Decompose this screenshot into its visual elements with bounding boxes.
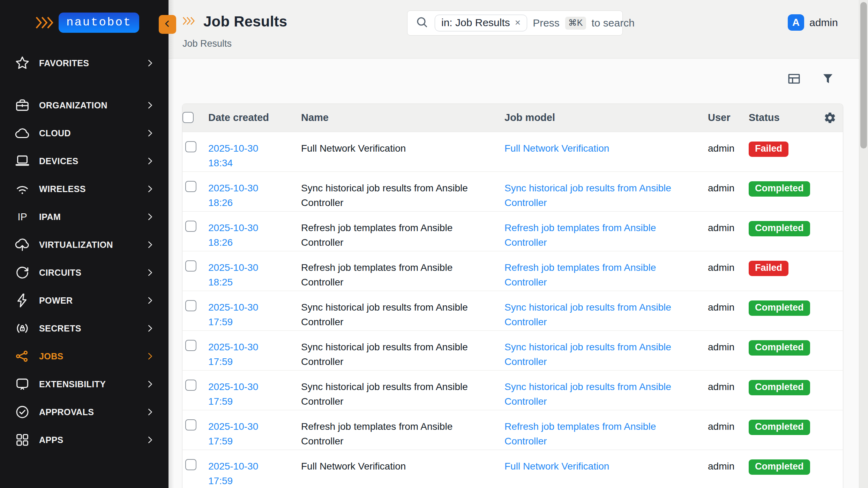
sidebar-item-ipam[interactable]: IP IPAM	[0, 203, 169, 231]
date-created-link[interactable]: 2025-10-3017:59	[208, 461, 258, 486]
search-hint-suffix: to search	[592, 17, 635, 29]
job-model-link[interactable]: Sync historical job results from Ansible…	[504, 302, 671, 327]
breadcrumb[interactable]: Job Results	[182, 38, 232, 49]
chat-square-icon	[14, 376, 31, 392]
row-checkbox[interactable]	[185, 181, 196, 192]
sidebar-item-label: EXTENSIBILITY	[39, 379, 145, 389]
status-badge: Completed	[749, 459, 810, 475]
sidebar-item-virtualization[interactable]: VIRTUALIZATION	[0, 231, 169, 259]
user-menu[interactable]: A admin	[788, 14, 838, 31]
table-settings-button[interactable]	[824, 112, 843, 124]
sidebar-item-devices[interactable]: DEVICES	[0, 147, 169, 175]
date-created-link[interactable]: 2025-10-3017:59	[208, 342, 258, 367]
chevron-right-icon	[145, 128, 155, 138]
chip-close-icon[interactable]: ×	[515, 18, 521, 28]
job-model-link[interactable]: Full Network Verification	[504, 461, 609, 472]
sidebar-item-organization[interactable]: ORGANIZATION	[0, 91, 169, 119]
table-row: 2025-10-3018:26 Refresh job templates fr…	[182, 211, 843, 251]
date-created-link[interactable]: 2025-10-3018:26	[208, 222, 258, 248]
column-header-user[interactable]: User	[708, 104, 749, 132]
grid-squares-icon	[14, 432, 31, 448]
sidebar-collapse-button[interactable]	[159, 15, 176, 34]
status-badge: Completed	[749, 300, 810, 316]
sidebar-item-circuits[interactable]: CIRCUITS	[0, 259, 169, 287]
chevron-right-icon	[145, 379, 155, 389]
table-toolbar	[787, 71, 835, 86]
sidebar-item-cloud[interactable]: CLOUD	[0, 119, 169, 147]
table-row: 2025-10-3017:59 Full Network Verificatio…	[182, 450, 843, 488]
main-content: Job Results Job Results in: Job Results …	[169, 0, 868, 488]
sidebar-item-wireless[interactable]: WIRELESS	[0, 175, 169, 203]
user-cell: admin	[708, 421, 734, 432]
column-header-date-created[interactable]: Date created	[208, 104, 301, 132]
sidebar-item-power[interactable]: POWER	[0, 287, 169, 314]
job-model-link[interactable]: Sync historical job results from Ansible…	[504, 183, 671, 208]
filter-button[interactable]	[821, 71, 835, 86]
search-filter-chip[interactable]: in: Job Results ×	[435, 15, 527, 31]
column-header-name[interactable]: Name	[301, 104, 504, 132]
sidebar-item-jobs[interactable]: JOBS	[0, 342, 169, 370]
nautobot-app: nautobot FAVORITES ORGANIZATION	[0, 0, 868, 488]
job-model-link[interactable]: Refresh job templates from Ansible Contr…	[504, 262, 656, 288]
search-chip-label: in: Job Results	[441, 17, 510, 29]
job-name: Refresh job templates from Ansible Contr…	[301, 421, 452, 447]
row-checkbox[interactable]	[185, 340, 196, 351]
row-checkbox[interactable]	[185, 300, 196, 311]
sidebar-item-extensibility[interactable]: EXTENSIBILITY	[0, 370, 169, 398]
job-model-link[interactable]: Refresh job templates from Ansible Contr…	[504, 222, 656, 248]
sidebar-item-label: JOBS	[39, 351, 145, 361]
date-created-link[interactable]: 2025-10-3018:25	[208, 262, 258, 288]
job-model-link[interactable]: Refresh job templates from Ansible Contr…	[504, 421, 656, 447]
avatar[interactable]: A	[788, 14, 804, 31]
cloud-icon	[14, 125, 31, 141]
date-created-link[interactable]: 2025-10-3017:59	[208, 421, 258, 447]
row-checkbox[interactable]	[185, 459, 196, 470]
table-row: 2025-10-3017:59 Sync historical job resu…	[182, 370, 843, 410]
sidebar-item-favorites[interactable]: FAVORITES	[0, 49, 169, 77]
table-layout-button[interactable]	[787, 71, 801, 86]
chevron-right-icon	[145, 435, 155, 445]
job-name: Refresh job templates from Ansible Contr…	[301, 262, 452, 288]
sidebar-item-apps[interactable]: APPS	[0, 426, 169, 454]
row-checkbox[interactable]	[185, 141, 196, 152]
column-header-job-model[interactable]: Job model	[504, 104, 708, 132]
sidebar-item-secrets[interactable]: SECRETS	[0, 314, 169, 342]
date-created-link[interactable]: 2025-10-3018:34	[208, 143, 258, 168]
sidebar-nav: FAVORITES ORGANIZATION CLOUD	[0, 49, 169, 454]
row-checkbox[interactable]	[185, 419, 196, 430]
row-checkbox[interactable]	[185, 260, 196, 272]
select-all-checkbox[interactable]	[182, 112, 194, 123]
job-model-link[interactable]: Sync historical job results from Ansible…	[504, 381, 671, 407]
sidebar-item-approvals[interactable]: APPROVALS	[0, 398, 169, 426]
chevron-right-icon	[145, 184, 155, 194]
job-model-link[interactable]: Sync historical job results from Ansible…	[504, 342, 671, 367]
date-created-link[interactable]: 2025-10-3017:59	[208, 302, 258, 327]
logo[interactable]: nautobot	[35, 13, 139, 33]
vertical-scrollbar[interactable]	[859, 0, 868, 488]
table-row: 2025-10-3017:59 Sync historical job resu…	[182, 291, 843, 330]
scrollbar-thumb[interactable]	[860, 2, 867, 148]
title-chevrons-icon	[182, 15, 197, 28]
job-name: Sync historical job results from Ansible…	[301, 342, 468, 367]
sidebar-item-label: CIRCUITS	[39, 268, 145, 278]
column-header-status[interactable]: Status	[749, 104, 824, 132]
sidebar-item-label: POWER	[39, 296, 145, 306]
chevron-right-icon	[145, 239, 155, 250]
table-row: 2025-10-3017:59 Refresh job templates fr…	[182, 410, 843, 450]
table-header-row: Date created Name Job model User Status	[182, 104, 843, 132]
job-model-link[interactable]: Full Network Verification	[504, 143, 609, 154]
sidebar-item-label: DEVICES	[39, 156, 145, 166]
date-created-link[interactable]: 2025-10-3018:26	[208, 183, 258, 208]
table-row: 2025-10-3018:26 Sync historical job resu…	[182, 171, 843, 211]
chevron-right-icon	[145, 212, 155, 222]
status-badge: Completed	[749, 221, 810, 236]
user-cell: admin	[708, 183, 734, 193]
sidebar-item-label: WIRELESS	[39, 184, 145, 194]
row-checkbox[interactable]	[185, 221, 196, 232]
date-created-link[interactable]: 2025-10-3017:59	[208, 381, 258, 407]
job-name: Sync historical job results from Ansible…	[301, 183, 468, 208]
global-search-input[interactable]: in: Job Results × Press ⌘K to search	[407, 10, 623, 36]
chevron-right-icon	[145, 295, 155, 306]
bolt-icon	[14, 292, 31, 308]
row-checkbox[interactable]	[185, 380, 196, 391]
